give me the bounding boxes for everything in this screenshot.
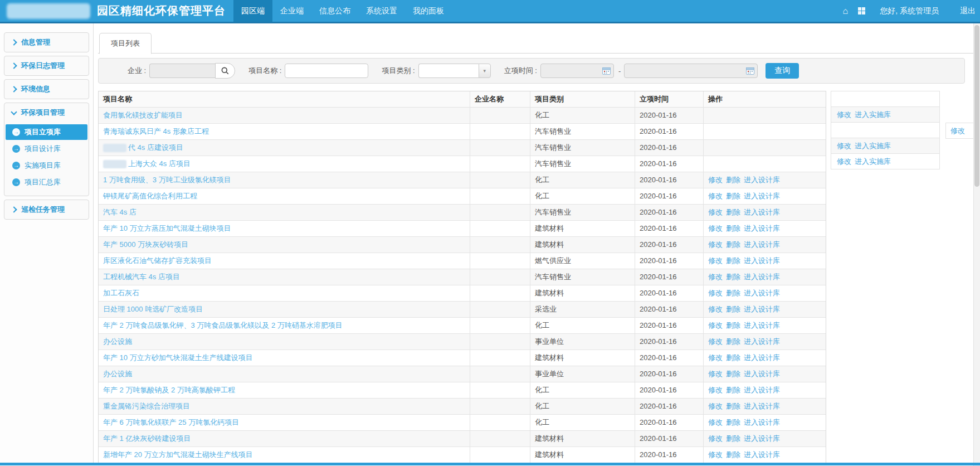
action-link[interactable]: 删除 xyxy=(726,418,740,426)
project-name-link[interactable]: 重金属铬污染综合治理项目 xyxy=(103,402,190,410)
calendar-icon[interactable] xyxy=(746,67,754,76)
action-link[interactable]: 进入设计库 xyxy=(744,256,780,265)
action-link[interactable]: 进入设计库 xyxy=(744,370,780,378)
action-link[interactable]: 修改 xyxy=(837,142,851,150)
action-link[interactable]: 进入设计库 xyxy=(744,418,780,426)
dropdown-button[interactable]: ▾ xyxy=(479,64,491,78)
project-name-link[interactable]: 年产 6 万吨氯化镁联产 25 万吨氯化钙项目 xyxy=(103,418,239,426)
action-link[interactable]: 进入设计库 xyxy=(744,176,780,184)
sidebar-item[interactable]: 信息管理 xyxy=(4,33,89,52)
project-name-link[interactable]: 上海大众 4s 店项目 xyxy=(128,159,191,168)
project-name-link[interactable]: 年产 2 万吨食品级氯化钾、3 万吨食品级氯化镁以及 2 万吨硝基水溶肥项目 xyxy=(103,321,343,329)
project-name-input[interactable] xyxy=(285,64,368,78)
action-link[interactable]: 进入设计库 xyxy=(744,321,780,329)
action-link[interactable]: 进入设计库 xyxy=(744,289,780,297)
sidebar-item[interactable]: 环保日志管理 xyxy=(4,56,89,75)
project-name-link[interactable]: 年产 10 万立方砂加气块混凝土生产线建设项目 xyxy=(103,353,253,362)
query-button[interactable]: 查询 xyxy=(766,63,799,79)
action-link[interactable]: 进入设计库 xyxy=(744,224,780,232)
sidebar-subitem[interactable]: →项目设计库 xyxy=(6,141,87,157)
project-name-link[interactable]: 年产 1 亿块灰砂砖建设项目 xyxy=(103,434,191,443)
action-link[interactable]: 进入设计库 xyxy=(744,305,780,313)
action-link[interactable]: 进入设计库 xyxy=(744,402,780,410)
action-link[interactable]: 修改 xyxy=(708,289,723,297)
action-link[interactable]: 修改 xyxy=(708,321,723,329)
tab-project-list[interactable]: 项目列表 xyxy=(99,33,152,54)
project-name-link[interactable]: 年产 5000 万块灰砂砖项目 xyxy=(103,240,188,249)
action-link[interactable]: 删除 xyxy=(726,434,740,443)
action-link[interactable]: 进入设计库 xyxy=(744,353,780,362)
action-link[interactable]: 删除 xyxy=(726,273,740,281)
action-link[interactable]: 修改 xyxy=(708,450,723,459)
action-link[interactable]: 修改 xyxy=(708,353,723,362)
project-name-link[interactable]: 工程机械汽车 4s 店项目 xyxy=(103,273,180,281)
action-link[interactable]: 进入设计库 xyxy=(744,450,780,459)
project-name-link[interactable]: 代 4s 店建设项目 xyxy=(128,143,183,152)
action-link[interactable]: 进入设计库 xyxy=(744,434,780,443)
action-link[interactable]: 删除 xyxy=(726,402,740,410)
action-link[interactable]: 进入实施库 xyxy=(855,157,891,166)
project-name-link[interactable]: 日处理 1000 吨选矿厂改造项目 xyxy=(103,305,203,313)
sidebar-subitem[interactable]: →实施项目库 xyxy=(6,158,87,173)
nav-item[interactable]: 园区端 xyxy=(233,0,272,22)
sidebar-subitem[interactable]: →项目立项库 xyxy=(6,124,87,140)
project-name-link[interactable]: 办公设施 xyxy=(103,337,132,346)
project-name-link[interactable]: 食用氯化镁技改扩能项目 xyxy=(103,111,183,119)
project-name-link[interactable]: 年产 10 万立方蒸压加气混凝土砌块项目 xyxy=(103,224,231,232)
action-link[interactable]: 删除 xyxy=(726,256,740,265)
sidebar-item[interactable]: 环境信息 xyxy=(4,80,89,99)
nav-item[interactable]: 信息公布 xyxy=(311,0,358,22)
action-link[interactable]: 进入设计库 xyxy=(744,337,780,346)
nav-item[interactable]: 系统设置 xyxy=(358,0,405,22)
action-link[interactable]: 修改 xyxy=(708,256,723,265)
action-link[interactable]: 删除 xyxy=(726,370,740,378)
action-link[interactable]: 删除 xyxy=(726,450,740,459)
action-link[interactable]: 删除 xyxy=(726,192,740,200)
action-link[interactable]: 删除 xyxy=(726,176,740,184)
action-link[interactable]: 删除 xyxy=(726,240,740,249)
date-to-input[interactable] xyxy=(624,64,758,78)
action-link[interactable]: 修改 xyxy=(708,402,723,410)
action-link[interactable]: 修改 xyxy=(708,273,723,281)
project-name-link[interactable]: 办公设施 xyxy=(103,370,132,378)
action-link[interactable]: 修改 xyxy=(708,208,723,216)
action-link[interactable]: 删除 xyxy=(726,386,740,394)
calendar-icon[interactable] xyxy=(602,67,611,76)
action-link[interactable]: 修改 xyxy=(708,370,723,378)
project-name-link[interactable]: 汽车 4s 店 xyxy=(103,208,136,216)
action-link[interactable]: 删除 xyxy=(726,321,740,329)
action-link[interactable]: 进入设计库 xyxy=(744,208,780,216)
sidebar-item[interactable]: 环保项目管理 xyxy=(4,103,89,122)
action-link[interactable]: 进入实施库 xyxy=(855,142,891,150)
apps-icon[interactable] xyxy=(858,7,865,14)
project-name-link[interactable]: 1 万吨食用级、3 万吨工业级氯化镁项目 xyxy=(103,176,231,184)
action-link[interactable]: 进入设计库 xyxy=(744,240,780,249)
sidebar-subitem[interactable]: →项目汇总库 xyxy=(6,174,87,190)
scrollbar-thumb[interactable] xyxy=(974,25,979,187)
action-link[interactable]: 删除 xyxy=(726,208,740,216)
action-link[interactable]: 删除 xyxy=(726,305,740,313)
project-name-link[interactable]: 库区液化石油气储存扩容充装项目 xyxy=(103,256,212,265)
project-name-link[interactable]: 钾镁尾矿高值化综合利用工程 xyxy=(103,192,197,200)
project-name-link[interactable]: 年产 2 万吨氯酸钠及 2 万吨高氯酸钾工程 xyxy=(103,386,235,394)
action-link[interactable]: 删除 xyxy=(726,337,740,346)
nav-item[interactable]: 我的面板 xyxy=(405,0,452,22)
action-link[interactable]: 修改 xyxy=(950,127,965,135)
action-link[interactable]: 修改 xyxy=(708,418,723,426)
company-search-button[interactable] xyxy=(215,63,235,79)
project-name-link[interactable]: 加工石灰石 xyxy=(103,289,139,297)
logout-link[interactable]: 退出 xyxy=(960,6,976,16)
home-icon[interactable]: ⌂ xyxy=(843,6,849,16)
action-link[interactable]: 修改 xyxy=(708,240,723,249)
action-link[interactable]: 进入设计库 xyxy=(744,273,780,281)
action-link[interactable]: 修改 xyxy=(708,386,723,394)
action-link[interactable]: 删除 xyxy=(726,289,740,297)
action-link[interactable]: 修改 xyxy=(708,434,723,443)
action-link[interactable]: 修改 xyxy=(708,305,723,313)
nav-item[interactable]: 企业端 xyxy=(272,0,311,22)
action-link[interactable]: 修改 xyxy=(837,110,851,119)
action-link[interactable]: 进入设计库 xyxy=(744,386,780,394)
action-link[interactable]: 修改 xyxy=(837,157,851,166)
action-link[interactable]: 修改 xyxy=(708,192,723,200)
category-input[interactable] xyxy=(418,64,479,78)
